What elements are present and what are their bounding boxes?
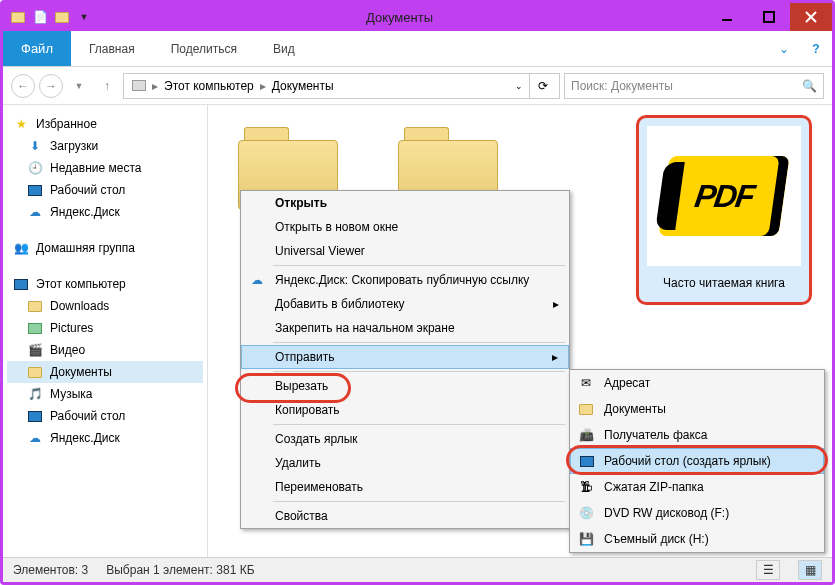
sendto-usb[interactable]: 💾Съемный диск (H:) (570, 526, 824, 552)
sidebar: ★Избранное ⬇Загрузки 🕘Недавние места Раб… (3, 105, 208, 557)
sidebar-item[interactable]: Рабочий стол (7, 405, 203, 427)
desktop-icon (27, 408, 43, 424)
ctx-delete[interactable]: Удалить (241, 451, 569, 475)
folder-icon (578, 401, 594, 417)
chevron-right-icon[interactable]: ▸ (260, 79, 266, 93)
nav-bar: ← → ▼ ↑ ▸ Этот компьютер ▸ Документы ⌄ ⟳… (3, 67, 832, 105)
sidebar-item[interactable]: Pictures (7, 317, 203, 339)
title-bar: 📄 ▼ Документы (3, 3, 832, 31)
sidebar-favorites[interactable]: ★Избранное (7, 113, 203, 135)
ctx-cut[interactable]: Вырезать (241, 374, 569, 398)
search-icon: 🔍 (802, 79, 817, 93)
ctx-copy[interactable]: Копировать (241, 398, 569, 422)
folder-icon (27, 364, 43, 380)
window-title: Документы (93, 10, 706, 25)
download-icon: ⬇ (27, 138, 43, 154)
forward-button[interactable]: → (39, 74, 63, 98)
tab-share[interactable]: Поделиться (153, 31, 255, 66)
sendto-zip[interactable]: 🗜Сжатая ZIP-папка (570, 474, 824, 500)
svg-rect-1 (764, 12, 774, 22)
ctx-rename[interactable]: Переименовать (241, 475, 569, 499)
sendto-fax[interactable]: 📠Получатель факса (570, 422, 824, 448)
maximize-button[interactable] (748, 3, 790, 31)
sendto-desktop[interactable]: Рабочий стол (создать ярлык) (570, 448, 824, 474)
tab-view[interactable]: Вид (255, 31, 313, 66)
desktop-icon (579, 453, 595, 469)
status-bar: Элементов: 3 Выбран 1 элемент: 381 КБ ☰ … (3, 557, 832, 582)
sidebar-item-desktop[interactable]: Рабочий стол (7, 179, 203, 201)
chevron-right-icon: ▸ (553, 297, 559, 311)
cloud-icon: ☁ (27, 204, 43, 220)
selected-file-tile[interactable]: PDF Часто читаемая книга (636, 115, 812, 305)
recent-icon: 🕘 (27, 160, 43, 176)
pictures-icon (27, 320, 43, 336)
ribbon: Файл Главная Поделиться Вид ⌄ ? (3, 31, 832, 67)
sidebar-item[interactable]: ☁Яндекс.Диск (7, 427, 203, 449)
video-icon: 🎬 (27, 342, 43, 358)
fax-icon: 📠 (578, 427, 594, 443)
folder-icon (9, 8, 27, 26)
homegroup-icon: 👥 (13, 240, 29, 256)
bc-computer[interactable]: Этот компьютер (160, 79, 258, 93)
recent-dropdown[interactable]: ▼ (67, 74, 91, 98)
file-tab[interactable]: Файл (3, 31, 71, 66)
up-button[interactable]: ↑ (95, 74, 119, 98)
dvd-icon: 💿 (578, 505, 594, 521)
sidebar-computer[interactable]: Этот компьютер (7, 273, 203, 295)
sidebar-item-yandex[interactable]: ☁Яндекс.Диск (7, 201, 203, 223)
desktop-icon (27, 182, 43, 198)
sidebar-homegroup[interactable]: 👥Домашняя группа (7, 237, 203, 259)
cloud-icon: ☁ (27, 430, 43, 446)
pdf-logo-text: PDF (692, 178, 755, 215)
status-count: Элементов: 3 (13, 563, 88, 577)
ctx-open[interactable]: Открыть (241, 191, 569, 215)
mail-icon: ✉ (578, 375, 594, 391)
sendto-dvd[interactable]: 💿DVD RW дисковод (F:) (570, 500, 824, 526)
view-thumbnails-button[interactable]: ▦ (798, 560, 822, 580)
ctx-send[interactable]: Отправить▸ (241, 345, 569, 369)
sidebar-item[interactable]: 🎬Видео (7, 339, 203, 361)
ctx-yandex[interactable]: ☁Яндекс.Диск: Скопировать публичную ссыл… (241, 268, 569, 292)
context-menu: Открыть Открыть в новом окне Universal V… (240, 190, 570, 529)
ctx-library[interactable]: Добавить в библиотеку▸ (241, 292, 569, 316)
sidebar-item-recent[interactable]: 🕘Недавние места (7, 157, 203, 179)
refresh-button[interactable]: ⟳ (529, 73, 555, 99)
view-details-button[interactable]: ☰ (756, 560, 780, 580)
qat-newfolder-icon[interactable] (53, 8, 71, 26)
chevron-right-icon[interactable]: ▸ (152, 79, 158, 93)
ctx-universal[interactable]: Universal Viewer (241, 239, 569, 263)
star-icon: ★ (13, 116, 29, 132)
ctx-shortcut[interactable]: Создать ярлык (241, 427, 569, 451)
help-icon[interactable]: ? (800, 31, 832, 66)
search-placeholder: Поиск: Документы (571, 79, 673, 93)
usb-icon: 💾 (578, 531, 594, 547)
minimize-button[interactable] (706, 3, 748, 31)
computer-icon (132, 80, 146, 91)
ctx-pin[interactable]: Закрепить на начальном экране (241, 316, 569, 340)
music-icon: 🎵 (27, 386, 43, 402)
sidebar-item[interactable]: 🎵Музыка (7, 383, 203, 405)
qat-properties-icon[interactable]: 📄 (31, 8, 49, 26)
bc-documents[interactable]: Документы (268, 79, 338, 93)
file-name: Часто читаемая книга (663, 276, 785, 290)
chevron-right-icon: ▸ (552, 350, 558, 364)
close-button[interactable] (790, 3, 832, 31)
sidebar-item[interactable]: Downloads (7, 295, 203, 317)
sidebar-item-downloads[interactable]: ⬇Загрузки (7, 135, 203, 157)
ribbon-expand-icon[interactable]: ⌄ (768, 31, 800, 66)
ctx-open-new[interactable]: Открыть в новом окне (241, 215, 569, 239)
tab-home[interactable]: Главная (71, 31, 153, 66)
qat-dropdown-icon[interactable]: ▼ (75, 8, 93, 26)
zip-icon: 🗜 (578, 479, 594, 495)
sendto-menu: ✉Адресат Документы 📠Получатель факса Раб… (569, 369, 825, 553)
breadcrumb-dropdown[interactable]: ⌄ (511, 81, 527, 91)
breadcrumb[interactable]: ▸ Этот компьютер ▸ Документы ⌄ ⟳ (123, 73, 560, 99)
back-button[interactable]: ← (11, 74, 35, 98)
sendto-addressee[interactable]: ✉Адресат (570, 370, 824, 396)
pdf-thumbnail: PDF (647, 126, 801, 266)
cloud-icon: ☁ (249, 272, 265, 288)
search-input[interactable]: Поиск: Документы 🔍 (564, 73, 824, 99)
sidebar-item-documents[interactable]: Документы (7, 361, 203, 383)
sendto-docs[interactable]: Документы (570, 396, 824, 422)
ctx-props[interactable]: Свойства (241, 504, 569, 528)
